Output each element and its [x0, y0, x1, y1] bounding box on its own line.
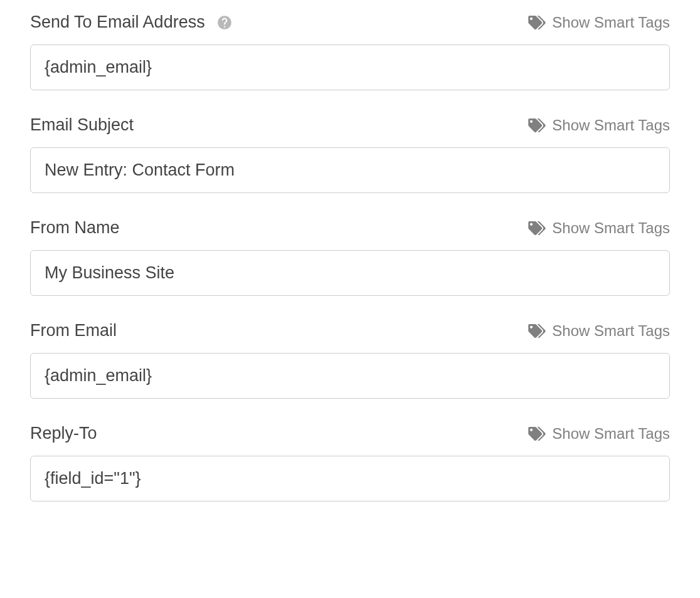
show-smart-tags-link[interactable]: Show Smart Tags — [528, 14, 670, 31]
tags-icon — [528, 118, 546, 132]
smart-tags-label: Show Smart Tags — [552, 219, 670, 237]
field-group-subject: Email Subject Show Smart Tags — [30, 115, 670, 193]
field-group-from-email: From Email Show Smart Tags — [30, 321, 670, 399]
label-text: Send To Email Address — [30, 13, 205, 32]
field-header: Reply-To Show Smart Tags — [30, 424, 670, 443]
field-header: From Name Show Smart Tags — [30, 218, 670, 238]
subject-input[interactable] — [30, 147, 670, 193]
field-group-reply-to: Reply-To Show Smart Tags — [30, 424, 670, 501]
label-text: From Name — [30, 218, 120, 238]
tags-icon — [528, 16, 546, 29]
tags-icon — [528, 427, 546, 441]
help-icon[interactable] — [216, 14, 233, 31]
tags-icon — [528, 324, 546, 338]
field-header: Send To Email Address Show Smart Tags — [30, 13, 670, 32]
smart-tags-label: Show Smart Tags — [552, 14, 670, 31]
show-smart-tags-link[interactable]: Show Smart Tags — [528, 219, 670, 237]
show-smart-tags-link[interactable]: Show Smart Tags — [528, 425, 670, 443]
from-name-input[interactable] — [30, 250, 670, 296]
show-smart-tags-link[interactable]: Show Smart Tags — [528, 117, 670, 134]
field-label-reply-to: Reply-To — [30, 424, 97, 443]
field-label-send-to: Send To Email Address — [30, 13, 233, 32]
field-header: From Email Show Smart Tags — [30, 321, 670, 340]
show-smart-tags-link[interactable]: Show Smart Tags — [528, 322, 670, 340]
label-text: From Email — [30, 321, 117, 340]
field-label-subject: Email Subject — [30, 115, 134, 135]
label-text: Reply-To — [30, 424, 97, 443]
reply-to-input[interactable] — [30, 456, 670, 501]
field-label-from-email: From Email — [30, 321, 117, 340]
from-email-input[interactable] — [30, 353, 670, 399]
smart-tags-label: Show Smart Tags — [552, 117, 670, 134]
field-header: Email Subject Show Smart Tags — [30, 115, 670, 135]
send-to-input[interactable] — [30, 45, 670, 90]
field-label-from-name: From Name — [30, 218, 120, 238]
field-group-from-name: From Name Show Smart Tags — [30, 218, 670, 296]
field-group-send-to: Send To Email Address Show Smart Tags — [30, 13, 670, 90]
label-text: Email Subject — [30, 115, 134, 135]
smart-tags-label: Show Smart Tags — [552, 322, 670, 340]
tags-icon — [528, 221, 546, 235]
smart-tags-label: Show Smart Tags — [552, 425, 670, 443]
